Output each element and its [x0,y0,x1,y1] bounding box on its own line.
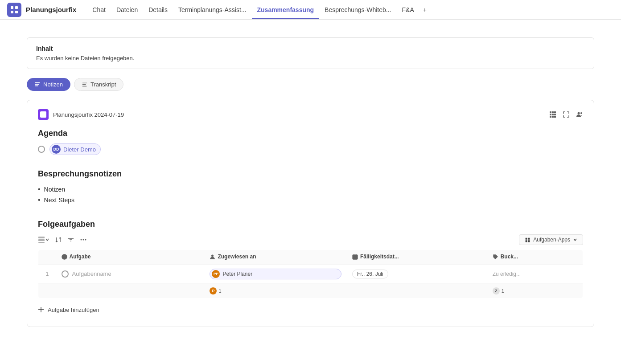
count-dot-z: Z [493,287,500,294]
assignee-badge: PP Peter Planer [210,269,341,279]
svg-rect-28 [528,237,530,239]
tab-chat[interactable]: Chat [87,0,111,19]
toggle-bar: Notizen Transkript [27,78,594,91]
task-assignee[interactable]: PP Peter Planer [204,265,347,283]
task-aufgabe[interactable]: Aufgabenname [56,265,205,283]
th-bucket: Buck... [487,250,583,265]
folgeaufgaben-section: Folgeaufgaben [38,220,583,318]
task-name-text: Aufgabenname [72,270,111,277]
assignee-name: Peter Planer [222,271,252,277]
app-icon [7,3,21,17]
tab-zusammenfassung[interactable]: Zusammenfassung [252,0,320,19]
svg-rect-7 [82,82,87,83]
svg-point-20 [580,112,582,114]
count-dot-p: P [210,287,217,294]
expand-icon-btn[interactable] [563,111,570,118]
folge-toolbar-left [38,236,87,243]
svg-rect-30 [528,240,530,242]
tab-details[interactable]: Details [143,0,173,19]
tab-fna[interactable]: F&A [397,0,419,19]
summary-row: P 1 Z 1 [38,283,583,298]
svg-rect-1 [15,6,18,9]
aufgaben-apps-btn[interactable]: Aufgaben-Apps [519,234,583,245]
task-check-circle[interactable] [62,270,69,278]
list-item: Notizen [38,184,583,195]
notizen-label: Notizen [43,81,63,88]
summary-assignee: P 1 [204,283,347,298]
summary-num [38,283,56,298]
svg-rect-15 [554,114,556,115]
card-logo [38,109,49,120]
list-item-label: Next Steps [44,196,74,204]
svg-rect-5 [35,84,39,85]
dieter-avatar: DD [52,145,61,154]
table-header-row: Aufgabe Zugewiesen an [38,250,583,265]
aufgaben-apps-label: Aufgaben-Apps [533,237,570,243]
svg-rect-13 [550,114,551,115]
th-faelligkeit-label: Fälligkeitsdat... [360,254,399,260]
tab-besprechungs[interactable]: Besprechungs-Whiteb... [319,0,396,19]
agenda-title: Agenda [38,129,583,138]
svg-rect-14 [552,114,554,115]
summary-aufgabe [56,283,205,298]
inhalt-text-content: Es wurden keine Dateien freigegeben. [36,55,134,61]
task-bucket-text: Zu erledig... [493,271,521,277]
table-view-btn[interactable] [38,236,49,243]
svg-rect-23 [38,242,45,243]
table-row: 1 Aufgabenname PP [38,265,583,283]
task-bucket[interactable]: Zu erledig... [487,265,583,283]
task-table: Aufgabe Zugewiesen an [38,249,583,299]
svg-rect-4 [35,82,40,83]
assignee-initials: PP [214,272,218,276]
transkript-toggle[interactable]: Transkript [74,78,123,91]
notizen-toggle[interactable]: Notizen [27,78,70,91]
notizen-icon [34,82,41,88]
expand-icon [563,111,570,118]
tag-icon [493,254,498,260]
apps-chevron-icon [573,237,577,242]
sort-btn[interactable] [55,236,62,243]
filter-btn[interactable] [67,236,74,243]
tab-add-button[interactable]: + [419,0,430,19]
svg-rect-33 [353,255,358,259]
nav-tabs: Chat Dateien Details Terminplanungs-Assi… [87,0,430,19]
assignee-avatar: PP [212,270,220,278]
sort-icon [55,236,62,243]
agenda-item: DD Dieter Demo [38,143,583,155]
svg-rect-12 [554,111,556,113]
filter-icon [67,236,74,243]
svg-point-19 [578,112,580,115]
bucket-count: Z 1 [493,287,504,294]
svg-rect-22 [38,239,45,241]
tab-terminplanungs[interactable]: Terminplanungs-Assist... [173,0,252,19]
list-item: Next Steps [38,195,583,205]
agenda-checkbox[interactable] [38,146,45,153]
main-content: Inhalt Es wurden keine Dateien freigegeb… [0,20,621,345]
more-btn[interactable] [80,236,87,243]
svg-rect-21 [38,237,45,238]
th-zugewiesen-label: Zugewiesen an [218,254,256,260]
people-icon-btn[interactable] [576,111,583,118]
svg-point-26 [85,239,86,241]
svg-rect-9 [82,86,87,86]
assignee-count: P 1 [210,287,221,294]
folgeaufgaben-title: Folgeaufgaben [38,220,583,229]
svg-rect-27 [526,237,527,239]
add-task-button[interactable]: Aufgabe hinzufügen [38,302,583,318]
tab-dateien[interactable]: Dateien [111,0,143,19]
task-due[interactable]: Fr., 26. Juli [347,265,487,283]
summary-bucket: Z 1 [487,283,583,298]
besprechungsnotizen-title: Besprechungsnotizen [38,169,583,179]
svg-rect-18 [554,116,556,118]
apps-icon-btn[interactable] [549,111,556,118]
dieter-initials: DD [53,147,59,151]
svg-rect-8 [82,84,86,85]
notes-card: Planungsjourfix 2024-07-19 [27,100,594,327]
svg-rect-3 [15,11,18,13]
top-nav: Planungsjourfix Chat Dateien Details Ter… [0,0,621,20]
agenda-section: Agenda DD Dieter Demo [38,129,583,155]
folge-toolbar: Aufgaben-Apps [38,234,583,245]
calendar-icon [352,254,358,260]
th-zugewiesen: Zugewiesen an [204,250,347,265]
more-icon [80,236,87,243]
